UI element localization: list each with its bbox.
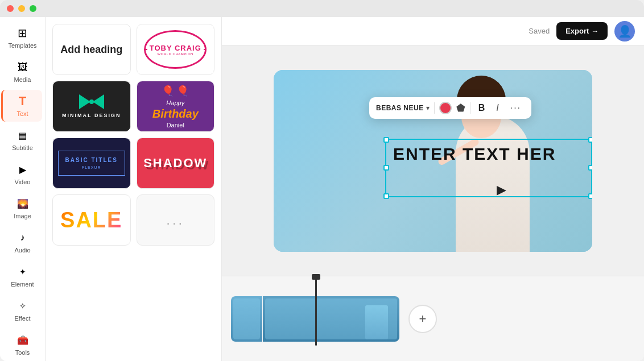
text-panel: Add heading TOBY CRAIG WORLD CHAMPION — [46, 17, 222, 361]
image-icon: 🌄 — [16, 197, 30, 210]
canvas-toolbar: Saved Export → 👤 — [222, 17, 644, 45]
handle-mr[interactable] — [588, 165, 592, 171]
basic-titles-card[interactable]: BASIC TITLES FLEXUR — [52, 138, 131, 189]
sidebar-item-effect[interactable]: ✧ Effect — [2, 294, 43, 326]
clip-segment-1 — [231, 296, 262, 342]
handle-br[interactable] — [588, 193, 592, 199]
toby-craig-name: TOBY CRAIG — [147, 44, 204, 52]
fill-button[interactable]: ⬟ — [456, 102, 465, 114]
sidebar-label-video: Video — [15, 179, 31, 185]
minimal-design-label: MINIMAL DESIGN — [62, 113, 121, 118]
canvas-frame[interactable]: ENTER TEXT HER ▶ BEBAS NEUE ▾ — [274, 70, 592, 252]
shadow-card[interactable]: SHADOW — [137, 138, 215, 189]
handle-tl[interactable] — [383, 137, 389, 143]
playhead — [315, 277, 317, 346]
font-name: BEBAS NEUE — [376, 104, 424, 112]
font-selector[interactable]: BEBAS NEUE ▾ — [376, 104, 430, 112]
sidebar-label-text: Text — [16, 110, 28, 117]
handle-ml[interactable] — [383, 165, 389, 171]
user-avatar[interactable]: 👤 — [614, 21, 635, 42]
add-heading-card[interactable]: Add heading — [52, 24, 131, 75]
minimal-bow — [79, 94, 104, 109]
birthday-daniel: Daniel — [167, 122, 184, 128]
saved-status: Saved — [529, 27, 550, 35]
more-options-button[interactable]: ··· — [507, 101, 525, 115]
sidebar-item-subtitle[interactable]: ▤ Subtitle — [2, 124, 43, 156]
happy-birthday-text: Happy — [166, 99, 184, 106]
sidebar-item-templates[interactable]: ⊞ Templates — [2, 22, 43, 53]
title-bar — [0, 0, 644, 17]
more-label: ... — [166, 212, 184, 228]
svg-marker-1 — [93, 94, 104, 109]
balloon-icons: 🎈 🎈 — [162, 85, 189, 97]
media-icon: 🖼 — [16, 60, 30, 74]
sidebar-item-audio[interactable]: ♪ Audio — [2, 226, 43, 258]
video-icon: ▶ — [16, 163, 30, 176]
text-panel-grid: Add heading TOBY CRAIG WORLD CHAMPION — [52, 24, 214, 246]
clip-person-thumb — [365, 305, 388, 339]
divider-2 — [470, 102, 470, 114]
shadow-label: SHADOW — [143, 156, 207, 171]
birthday-card[interactable]: 🎈 🎈 Happy Birthday Daniel — [137, 81, 215, 132]
tools-icon: 🧰 — [16, 333, 30, 347]
handle-bl[interactable] — [383, 193, 389, 199]
timeline-track: + — [231, 283, 635, 354]
element-icon: ✦ — [16, 265, 30, 279]
canvas-workspace[interactable]: ENTER TEXT HER ▶ BEBAS NEUE ▾ — [222, 45, 644, 276]
toby-craig-card[interactable]: TOBY CRAIG WORLD CHAMPION — [137, 24, 215, 75]
timeline: + — [222, 276, 644, 361]
canvas-background: ENTER TEXT HER ▶ BEBAS NEUE ▾ — [274, 70, 592, 252]
effect-icon: ✧ — [16, 299, 30, 313]
minimize-button[interactable] — [18, 5, 25, 12]
text-color-button[interactable] — [439, 102, 452, 114]
italic-button[interactable]: I — [493, 101, 502, 115]
templates-icon: ⊞ — [16, 26, 30, 40]
clip-thumbnail-1 — [233, 298, 260, 339]
canvas-area: Saved Export → 👤 — [222, 17, 644, 361]
playhead-head — [312, 274, 320, 280]
sidebar-item-text[interactable]: T Text — [1, 90, 42, 122]
text-icon: T — [16, 94, 30, 108]
avatar-icon: 👤 — [618, 24, 632, 38]
icon-sidebar: ⊞ Templates 🖼 Media T Text ▤ Subtitle ▶ … — [0, 17, 46, 361]
maximize-button[interactable] — [30, 5, 36, 12]
sidebar-item-element[interactable]: ✦ Element — [2, 260, 43, 292]
sidebar-item-tools[interactable]: 🧰 Tools — [2, 329, 43, 360]
minimal-design-card[interactable]: MINIMAL DESIGN — [52, 81, 131, 132]
sidebar-item-media[interactable]: 🖼 Media — [2, 56, 43, 88]
canvas-text[interactable]: ENTER TEXT HER — [386, 140, 591, 168]
basic-titles-sub: FLEXUR — [82, 165, 101, 169]
svg-marker-0 — [79, 94, 90, 109]
app-window: ⊞ Templates 🖼 Media T Text ▤ Subtitle ▶ … — [0, 0, 644, 361]
add-clip-icon: + — [419, 312, 427, 326]
sale-label: SALE — [60, 208, 122, 233]
sidebar-item-video[interactable]: ▶ Video — [2, 158, 43, 190]
close-button[interactable] — [7, 5, 14, 12]
cursor-arrow: ▶ — [497, 182, 506, 197]
sidebar-label-tools: Tools — [15, 349, 30, 356]
sidebar-label-image: Image — [14, 213, 31, 219]
export-label: Export → — [565, 27, 598, 35]
sale-card[interactable]: SALE — [52, 194, 131, 246]
toby-craig-frame: TOBY CRAIG WORLD CHAMPION — [144, 30, 207, 69]
handle-tr[interactable] — [588, 137, 592, 143]
add-heading-label: Add heading — [56, 39, 127, 60]
sidebar-label-subtitle: Subtitle — [12, 144, 33, 151]
sidebar-label-media: Media — [14, 76, 31, 83]
sidebar-item-image[interactable]: 🌄 Image — [2, 192, 43, 224]
export-button[interactable]: Export → — [556, 22, 608, 40]
divider-1 — [434, 102, 435, 114]
sidebar-label-audio: Audio — [14, 247, 30, 254]
selection-box: ENTER TEXT HER — [385, 139, 592, 197]
more-card[interactable]: ... — [137, 194, 215, 246]
sidebar-label-templates: Templates — [8, 42, 36, 49]
audio-icon: ♪ — [16, 231, 30, 244]
subtitle-icon: ▤ — [16, 128, 30, 142]
clip-segment-2 — [263, 296, 399, 342]
toby-craig-sub: WORLD CHAMPION — [155, 52, 196, 56]
add-clip-button[interactable]: + — [408, 305, 437, 333]
main-content: ⊞ Templates 🖼 Media T Text ▤ Subtitle ▶ … — [0, 17, 644, 361]
chevron-down-icon: ▾ — [426, 104, 430, 112]
bold-button[interactable]: B — [475, 101, 489, 115]
sidebar-label-element: Element — [11, 281, 34, 288]
